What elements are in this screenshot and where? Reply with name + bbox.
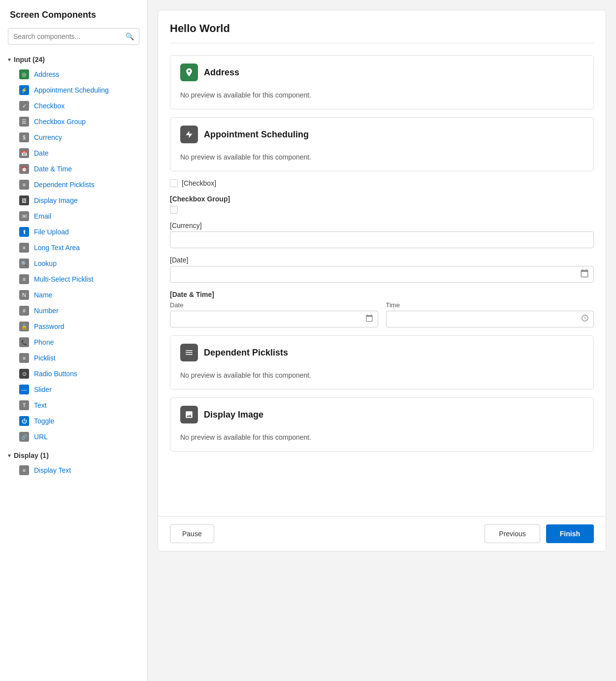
long-text-area-icon: ≡ [19,243,29,253]
url-icon: 🔗 [19,432,29,442]
sidebar: Screen Components 🔍 ▾ Input (24) ◎ Addre… [0,0,148,681]
sidebar-item-url[interactable]: 🔗 URL [0,429,147,445]
sidebar-item-label: Checkbox Group [34,118,86,126]
sidebar-item-label: Toggle [34,417,54,425]
date-time-date-wrapper [170,311,378,327]
date-time-date-input[interactable] [170,311,378,327]
sidebar-item-number[interactable]: # Number [0,303,147,319]
sidebar-item-display-text[interactable]: ≡ Display Text [0,462,147,478]
appointment-scheduling-card-header: Appointment Scheduling [170,118,593,151]
date-label: [Date] [170,256,594,264]
date-time-icon: ⏰ [19,164,29,174]
dependent-picklists-card: Dependent Picklists No preview is availa… [170,335,594,389]
finish-button[interactable]: Finish [546,524,594,543]
currency-icon: $ [19,132,29,142]
sidebar-item-label: Number [34,307,59,315]
date-time-time-input[interactable] [386,311,594,327]
sidebar-item-password[interactable]: 🔒 Password [0,319,147,334]
display-image-preview-text: No preview is available for this compone… [180,433,311,441]
checkbox-group-icon: ☰ [19,117,29,127]
date-icon: 📅 [19,148,29,158]
sidebar-item-label: Password [34,323,64,330]
checkbox-group-field: [Checkbox Group] [170,195,594,214]
sidebar-item-radio-buttons[interactable]: ⊙ Radio Buttons [0,366,147,382]
input-section-label: Input (24) [14,56,45,64]
dependent-picklists-card-header: Dependent Picklists [170,336,593,369]
search-input[interactable] [8,29,121,44]
svg-marker-0 [186,131,193,138]
sidebar-item-currency[interactable]: $ Currency [0,130,147,145]
dependent-picklists-card-title: Dependent Picklists [204,348,288,358]
date-col: Date [170,301,378,327]
previous-button[interactable]: Previous [485,524,540,543]
address-card-icon [180,64,198,81]
lookup-icon: 🔍 [19,259,29,268]
display-section-header[interactable]: ▾ Display (1) [0,449,147,462]
sidebar-item-address[interactable]: ◎ Address [0,66,147,82]
date-time-label: [Date & Time] [170,291,594,298]
checkbox-group-box[interactable] [170,206,178,214]
date-input[interactable] [170,266,594,283]
sidebar-item-label: Slider [34,386,52,393]
sidebar-item-label: Date & Time [34,165,72,173]
sidebar-item-text[interactable]: T Text [0,397,147,413]
sidebar-item-label: Display Text [34,466,71,474]
display-image-card-title: Display Image [204,410,263,420]
sidebar-item-label: Appointment Scheduling [34,86,109,94]
sidebar-item-date[interactable]: 📅 Date [0,145,147,161]
date-sublabel: Date [170,301,378,309]
checkbox-input[interactable] [170,179,178,187]
sidebar-item-dependent-picklists[interactable]: ≡ Dependent Picklists [0,177,147,193]
sidebar-item-toggle[interactable]: ⏻ Toggle [0,413,147,429]
appointment-scheduling-card: Appointment Scheduling No preview is ava… [170,117,594,171]
date-input-wrapper [170,266,594,283]
page-title: Hello World [170,22,594,43]
checkbox-field: [Checkbox] [170,179,594,187]
address-card-header: Address [170,56,593,89]
main-content: Hello World Address No preview is availa… [148,0,616,681]
address-card-title: Address [204,67,239,78]
dependent-picklists-card-body: No preview is available for this compone… [170,369,593,389]
currency-field: [Currency] [170,222,594,248]
sidebar-item-display-image[interactable]: 🖼 Display Image [0,193,147,208]
sidebar-item-label: Dependent Picklists [34,181,95,189]
date-time-row: Date Time [170,301,594,327]
sidebar-item-email[interactable]: ✉ Email [0,208,147,224]
sidebar-item-name[interactable]: N Name [0,287,147,303]
currency-input[interactable] [170,231,594,248]
sidebar-item-checkbox[interactable]: ✓ Checkbox [0,98,147,114]
slider-icon: — [19,385,29,394]
sidebar-item-picklist[interactable]: ≡ Picklist [0,350,147,366]
currency-label: [Currency] [170,222,594,229]
display-image-card: Display Image No preview is available fo… [170,397,594,452]
bottom-bar: Pause Previous Finish [158,516,606,551]
sidebar-item-multi-select-picklist[interactable]: ≡ Multi-Select Picklist [0,271,147,287]
search-box[interactable]: 🔍 [8,28,139,45]
display-text-icon: ≡ [19,465,29,475]
sidebar-item-appointment-scheduling[interactable]: ⚡ Appointment Scheduling [0,82,147,98]
main-panel: Hello World Address No preview is availa… [158,10,606,551]
chevron-down-icon: ▾ [8,57,11,63]
sidebar-item-long-text-area[interactable]: ≡ Long Text Area [0,240,147,256]
password-icon: 🔒 [19,322,29,331]
email-icon: ✉ [19,211,29,221]
sidebar-item-slider[interactable]: — Slider [0,382,147,397]
sidebar-item-phone[interactable]: 📞 Phone [0,334,147,350]
checkbox-label: [Checkbox] [182,179,216,187]
dependent-picklists-icon: ≡ [19,180,29,190]
input-section-header[interactable]: ▾ Input (24) [0,53,147,66]
address-card: Address No preview is available for this… [170,55,594,109]
phone-icon: 📞 [19,337,29,347]
display-section-label: Display (1) [14,452,49,459]
sidebar-item-date-time[interactable]: ⏰ Date & Time [0,161,147,177]
right-actions: Previous Finish [485,524,594,543]
display-image-card-body: No preview is available for this compone… [170,431,593,451]
sidebar-item-checkbox-group[interactable]: ☰ Checkbox Group [0,114,147,130]
pause-button[interactable]: Pause [170,524,214,543]
sidebar-item-file-upload[interactable]: ⬆ File Upload [0,224,147,240]
address-icon: ◎ [19,69,29,79]
display-image-card-header: Display Image [170,398,593,431]
sidebar-item-label: Checkbox [34,102,65,110]
sidebar-item-label: Date [34,149,49,157]
sidebar-item-lookup[interactable]: 🔍 Lookup [0,256,147,271]
